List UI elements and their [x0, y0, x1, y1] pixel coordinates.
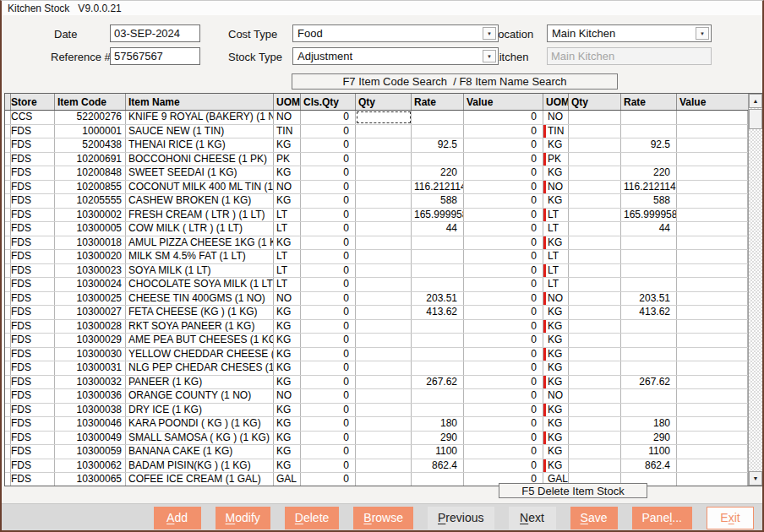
value-cell[interactable]: 0	[464, 236, 543, 250]
rate2-cell[interactable]: 1100	[621, 445, 677, 459]
qty-cell[interactable]	[356, 125, 412, 138]
grid-row[interactable]: FDS 10300059 BANANA CAKE (1 KG) KG 0 110…	[5, 445, 748, 459]
cls-qty-cell[interactable]: 0	[301, 404, 356, 417]
qty2-cell[interactable]	[569, 278, 621, 291]
location-select[interactable]: Main Kitchen ▼	[547, 24, 712, 42]
rate-cell[interactable]: 290	[412, 432, 464, 445]
qty2-cell[interactable]	[569, 125, 621, 138]
qty-cell[interactable]	[356, 389, 412, 403]
uom-cell[interactable]: PK	[274, 153, 301, 166]
rate2-cell[interactable]	[621, 125, 677, 138]
item-name-cell[interactable]: FRESH CREAM ( LTR ) (1 LT)	[126, 209, 274, 222]
store-cell[interactable]: FDS	[8, 361, 55, 375]
value2-cell[interactable]	[677, 404, 748, 417]
uom2-cell[interactable]: LT	[543, 222, 569, 236]
cls-qty-cell[interactable]: 0	[301, 361, 356, 375]
item-code-cell[interactable]: 10300025	[55, 292, 126, 306]
value2-cell[interactable]	[677, 264, 748, 278]
uom-cell[interactable]: KG	[274, 376, 301, 389]
qty2-cell[interactable]	[569, 320, 621, 334]
rate-cell[interactable]: 267.62	[412, 376, 464, 389]
value-cell[interactable]: 0	[464, 334, 543, 347]
rate-cell[interactable]: 1100	[412, 445, 464, 459]
value-cell[interactable]: 0	[464, 181, 543, 194]
qty-cell[interactable]	[356, 348, 412, 361]
scrollbar-thumb[interactable]	[749, 109, 762, 129]
item-code-cell[interactable]: 10300002	[55, 209, 126, 222]
rate2-cell[interactable]: 290	[621, 432, 677, 445]
rate2-cell[interactable]	[621, 361, 677, 375]
item-name-cell[interactable]: KARA POONDI ( KG ) (1 KG)	[126, 417, 274, 431]
value2-cell[interactable]	[677, 320, 748, 334]
qty2-cell[interactable]	[569, 389, 621, 403]
item-name-cell[interactable]: ORANGE COUNTY (1 NO)	[126, 389, 274, 403]
chevron-down-icon[interactable]: ▼	[483, 27, 496, 40]
qty-cell[interactable]	[356, 432, 412, 445]
cls-qty-cell[interactable]: 0	[301, 166, 356, 180]
value2-cell[interactable]	[677, 432, 748, 445]
store-cell[interactable]: FDS	[8, 445, 55, 459]
uom-cell[interactable]: KG	[274, 417, 301, 431]
uom-cell[interactable]: KG	[274, 404, 301, 417]
item-name-cell[interactable]: SAUCE NEW (1 TIN)	[126, 125, 274, 138]
value2-cell[interactable]	[677, 125, 748, 138]
qty2-cell[interactable]	[569, 459, 621, 473]
qty-cell[interactable]	[356, 181, 412, 194]
value2-cell[interactable]	[677, 306, 748, 319]
rate2-cell[interactable]	[621, 278, 677, 291]
store-cell[interactable]: FDS	[8, 389, 55, 403]
rate2-cell[interactable]: 267.62	[621, 376, 677, 389]
item-code-cell[interactable]: 10200855	[55, 181, 126, 194]
rate-cell[interactable]	[412, 153, 464, 166]
modify-button[interactable]: Modify	[216, 507, 270, 529]
item-name-cell[interactable]: COW MILK ( LTR ) (1 LT)	[126, 222, 274, 236]
uom-cell[interactable]: KG	[274, 361, 301, 375]
value-cell[interactable]: 0	[464, 222, 543, 236]
qty-cell[interactable]	[356, 292, 412, 306]
uom-cell[interactable]: KG	[274, 166, 301, 180]
store-cell[interactable]: FDS	[8, 222, 55, 236]
value2-cell[interactable]	[677, 389, 748, 403]
qty2-cell[interactable]	[569, 432, 621, 445]
item-code-cell[interactable]: 5200438	[55, 138, 126, 152]
qty-cell[interactable]	[356, 250, 412, 263]
qty-cell[interactable]	[356, 445, 412, 459]
rate2-cell[interactable]: 180	[621, 417, 677, 431]
store-cell[interactable]: FDS	[8, 278, 55, 291]
store-cell[interactable]: FDS	[8, 473, 55, 486]
store-cell[interactable]: FDS	[8, 209, 55, 222]
uom2-cell[interactable]: NO	[543, 389, 569, 403]
qty2-cell[interactable]	[569, 138, 621, 152]
value2-cell[interactable]	[677, 194, 748, 208]
cls-qty-cell[interactable]: 0	[301, 264, 356, 278]
grid-row[interactable]: FDS 10200855 COCONUT MILK 400 ML TIN (1 …	[5, 181, 748, 195]
store-cell[interactable]: FDS	[8, 264, 55, 278]
rate-cell[interactable]	[412, 334, 464, 347]
rate-cell[interactable]: 165.999958	[412, 209, 464, 222]
uom2-cell[interactable]: KG	[543, 404, 569, 417]
grid-row[interactable]: FDS 10300002 FRESH CREAM ( LTR ) (1 LT) …	[5, 209, 748, 223]
uom2-cell[interactable]: LT	[543, 250, 569, 263]
qty2-cell[interactable]	[569, 334, 621, 347]
uom-cell[interactable]: LT	[274, 222, 301, 236]
rate-cell[interactable]	[412, 348, 464, 361]
rate-cell[interactable]: 92.5	[412, 138, 464, 152]
delete-button[interactable]: Delete	[285, 507, 339, 529]
value2-cell[interactable]	[677, 361, 748, 375]
qty-cell[interactable]	[356, 222, 412, 236]
rate-cell[interactable]: 203.51	[412, 292, 464, 306]
item-name-cell[interactable]: KNIFE 9 ROYAL (BAKERY) (1 NO)	[126, 111, 274, 124]
qty2-cell[interactable]	[569, 264, 621, 278]
item-name-cell[interactable]: CASHEW BROKEN (1 KG)	[126, 194, 274, 208]
grid-row[interactable]: FDS 10300028 RKT SOYA PANEER (1 KG) KG 0…	[5, 320, 748, 334]
rate2-cell[interactable]	[621, 404, 677, 417]
uom-cell[interactable]: KG	[274, 194, 301, 208]
qty2-cell[interactable]	[569, 292, 621, 306]
rate-cell[interactable]	[412, 320, 464, 334]
rate-cell[interactable]: 413.62	[412, 306, 464, 319]
value2-cell[interactable]	[677, 348, 748, 361]
delete-item-stock-button[interactable]: F5 Delete Item Stock	[499, 483, 647, 498]
value-cell[interactable]: 0	[464, 306, 543, 319]
uom2-cell[interactable]: KG	[543, 138, 569, 152]
qty-cell[interactable]	[356, 361, 412, 375]
